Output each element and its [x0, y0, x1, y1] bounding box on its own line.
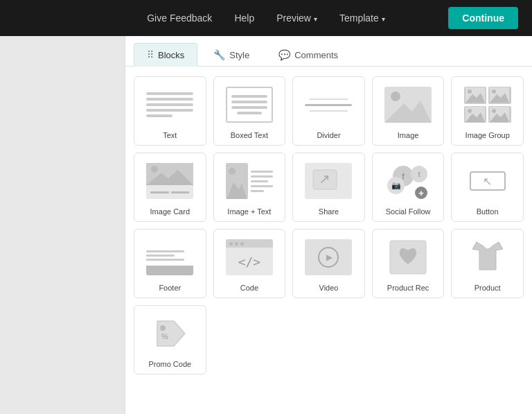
block-text-label: Text [163, 131, 177, 139]
product-rec-icon [380, 236, 436, 278]
product-icon [460, 236, 515, 278]
block-promo-code-label: Promo Code [148, 360, 191, 368]
image-card-icon [142, 160, 197, 202]
editor-canvas-area [0, 36, 125, 414]
block-divider[interactable]: Divider [292, 76, 365, 146]
svg-point-20 [229, 168, 236, 175]
footer-icon [142, 236, 197, 278]
block-button[interactable]: ↖ Button [451, 153, 524, 222]
social-follow-icon: f 📷 t + [380, 160, 436, 202]
block-image-text-label: Image + Text [227, 207, 271, 216]
block-text[interactable]: Text [134, 76, 206, 146]
text-icon [142, 84, 197, 126]
template-link[interactable]: Template▾ [339, 12, 385, 24]
block-image[interactable]: Image [372, 76, 445, 146]
block-divider-label: Divider [317, 131, 340, 139]
svg-point-11 [468, 109, 472, 113]
block-image-card-label: Image Card [150, 207, 190, 216]
svg-point-17 [151, 166, 158, 173]
image-icon [380, 84, 436, 126]
svg-point-14 [492, 109, 496, 113]
preview-arrow-icon: ▾ [314, 15, 317, 23]
svg-point-5 [468, 89, 472, 94]
image-group-icon [460, 84, 515, 126]
svg-text:%: % [161, 332, 168, 340]
template-arrow-icon: ▾ [382, 15, 385, 23]
svg-point-2 [391, 92, 400, 101]
tab-blocks[interactable]: ⠿ Blocks [134, 43, 197, 67]
block-boxed-text[interactable]: Boxed Text [213, 76, 286, 146]
help-link[interactable]: Help [234, 12, 254, 24]
svg-point-24 [160, 325, 166, 331]
block-share-label: Share [319, 207, 339, 216]
block-product-rec-label: Product Rec [387, 284, 429, 292]
panel-tabs: ⠿ Blocks 🔧 Style 💬 Comments [125, 36, 532, 67]
tab-style[interactable]: 🔧 Style [200, 43, 263, 66]
block-video-label: Video [319, 284, 339, 292]
svg-text:↗: ↗ [319, 171, 330, 187]
image-text-icon [222, 160, 277, 202]
promo-code-icon: % [142, 313, 197, 354]
block-video[interactable]: ▶ Video [292, 229, 365, 298]
button-icon: ↖ [460, 160, 515, 202]
video-icon: ▶ [301, 236, 356, 278]
blocks-icon: ⠿ [147, 49, 154, 60]
block-image-group[interactable]: Image Group [451, 76, 524, 146]
block-product-label: Product [475, 284, 501, 292]
block-code-label: Code [240, 284, 258, 292]
svg-point-8 [492, 89, 496, 94]
block-image-card[interactable]: Image Card [134, 153, 206, 222]
block-social-follow[interactable]: f 📷 t + Social Follow [372, 153, 445, 222]
blocks-grid: Text Boxed Text [125, 67, 532, 384]
style-icon: 🔧 [213, 49, 225, 60]
block-footer-label: Footer [159, 284, 181, 292]
continue-button[interactable]: Continue [448, 7, 518, 29]
boxed-text-icon [222, 84, 277, 126]
block-image-text[interactable]: Image + Text [213, 153, 286, 222]
main-layout: ⠿ Blocks 🔧 Style 💬 Comments [0, 36, 532, 414]
share-icon: ↗ [301, 160, 356, 202]
topbar-nav: Give Feedback Help Preview▾ Template▾ [147, 12, 385, 24]
block-button-label: Button [477, 207, 499, 216]
block-product-rec[interactable]: Product Rec [372, 229, 445, 298]
comments-icon: 💬 [278, 49, 290, 60]
tab-comments[interactable]: 💬 Comments [265, 43, 351, 66]
blocks-panel: ⠿ Blocks 🔧 Style 💬 Comments [125, 36, 532, 414]
code-icon: </> [222, 236, 277, 278]
block-image-label: Image [398, 131, 419, 139]
block-share[interactable]: ↗ Share [292, 153, 365, 222]
block-boxed-text-label: Boxed Text [231, 131, 268, 139]
block-image-group-label: Image Group [466, 131, 510, 139]
block-footer[interactable]: Footer [134, 229, 206, 298]
block-promo-code[interactable]: % Promo Code [134, 305, 206, 374]
feedback-link[interactable]: Give Feedback [147, 12, 212, 24]
block-code[interactable]: </> Code [213, 229, 286, 298]
block-product[interactable]: Product [451, 229, 524, 298]
topbar: Give Feedback Help Preview▾ Template▾ Co… [0, 0, 532, 36]
block-social-follow-label: Social Follow [386, 207, 431, 216]
preview-link[interactable]: Preview▾ [276, 12, 317, 24]
divider-icon [301, 84, 356, 126]
